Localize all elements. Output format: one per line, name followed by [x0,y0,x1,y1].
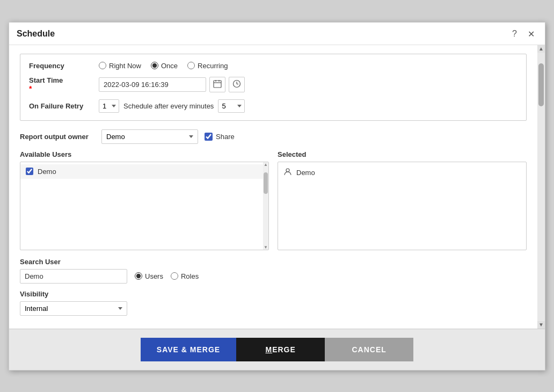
main-scroll-thumb [538,63,544,106]
scroll-thumb [264,172,268,194]
schedule-section-box: Frequency Right Now Once Recurring [20,54,527,121]
cancel-button[interactable]: CANCEL [325,338,413,361]
visibility-select[interactable]: Internal External Public [20,301,127,316]
search-user-section: Search User Users Roles [20,258,527,284]
dialog-footer: SAVE & MERGE MERGE CANCEL [9,329,545,370]
available-users-title: Available Users [20,150,269,158]
visibility-section: Visibility Internal External Public [20,290,527,316]
search-user-input[interactable] [20,269,127,284]
radio-once-label: Once [161,62,178,70]
radio-recurring-label: Recurring [198,62,228,70]
retry-controls: 1 2 3 Schedule after every minutes 5 10 … [99,99,245,113]
interval-select[interactable]: 5 10 15 30 [218,99,245,113]
radio-right-now-input[interactable] [99,62,106,69]
start-time-row: Start Time * [29,76,517,93]
radio-users[interactable]: Users [135,272,163,280]
svg-point-7 [286,169,289,172]
available-users-panel: Available Users Demo ▲ ▼ [20,150,269,250]
retry-count-select[interactable]: 1 2 3 [99,99,119,113]
content-area: Frequency Right Now Once Recurring [9,45,537,329]
radio-right-now-label: Right Now [109,62,141,70]
calendar-icon [213,79,222,88]
owner-label: Report output owner [20,133,95,141]
visibility-label: Visibility [20,290,527,298]
merge-button[interactable]: MERGE [236,338,325,361]
dialog-header: Schedule ? ✕ [9,23,545,45]
selected-users-panel: Selected Demo [278,150,527,250]
person-svg [283,168,292,176]
radio-once-input[interactable] [151,62,158,69]
radio-roles-input[interactable] [171,272,178,280]
dialog-title: Schedule [17,29,55,39]
share-row: Share [205,133,235,141]
available-users-list-box: Demo ▲ ▼ [20,162,269,250]
frequency-row: Frequency Right Now Once Recurring [29,62,517,70]
radio-roles-label: Roles [181,272,199,280]
schedule-after-text: Schedule after every minutes [123,102,214,110]
share-label: Share [216,133,235,141]
list-item[interactable]: Demo [20,164,263,179]
users-section: Available Users Demo ▲ ▼ [20,150,527,250]
owner-select[interactable]: Demo Admin [101,129,198,144]
retry-label: On Failure Retry [29,102,99,110]
available-users-list: Demo [20,162,263,250]
person-icon [283,168,292,178]
start-time-label-text: Start Time [29,76,99,84]
owner-row: Report output owner Demo Admin Share [20,129,527,144]
clock-icon [232,79,241,88]
schedule-dialog: Schedule ? ✕ Frequency Right Now [9,22,545,371]
clock-icon-btn[interactable] [229,77,245,92]
radio-recurring-input[interactable] [187,62,195,69]
main-scroll-down[interactable]: ▼ [537,321,545,329]
radio-recurring[interactable]: Recurring [187,62,228,70]
dialog-body: Frequency Right Now Once Recurring [9,45,545,329]
radio-right-now[interactable]: Right Now [99,62,141,70]
svg-rect-0 [214,81,221,88]
share-checkbox[interactable] [205,133,213,141]
start-time-label-container: Start Time * [29,76,99,93]
calendar-icon-btn[interactable] [209,77,225,92]
main-scroll-up[interactable]: ▲ [537,45,545,53]
search-user-label: Search User [20,258,527,266]
start-time-required: * [29,84,99,93]
start-time-field [99,77,245,92]
radio-roles[interactable]: Roles [171,272,199,280]
user-demo-name: Demo [38,168,56,176]
merge-label: MERGE [265,345,295,354]
radio-users-label: Users [145,272,163,280]
radio-once[interactable]: Once [151,62,178,70]
selected-users-title: Selected [278,150,527,158]
header-actions: ? ✕ [509,28,537,40]
selected-users-list: Demo [278,162,527,250]
start-time-input[interactable] [99,77,206,92]
search-row: Users Roles [20,269,527,284]
list-item: Demo [278,164,526,181]
scroll-up-arrow[interactable]: ▲ [263,162,268,167]
close-button[interactable]: ✕ [525,28,537,40]
radio-users-input[interactable] [135,272,142,280]
scroll-down-arrow[interactable]: ▼ [263,245,268,250]
selected-user-demo-name: Demo [296,169,315,177]
main-scrollbar: ▲ ▼ [537,45,545,329]
frequency-label: Frequency [29,62,99,70]
frequency-radio-group: Right Now Once Recurring [99,62,228,70]
available-users-scrollbar: ▲ ▼ [263,162,268,250]
save-merge-button[interactable]: SAVE & MERGE [141,338,236,361]
user-demo-checkbox[interactable] [26,168,33,175]
retry-row: On Failure Retry 1 2 3 Schedule after ev… [29,99,517,113]
help-button[interactable]: ? [509,28,520,40]
